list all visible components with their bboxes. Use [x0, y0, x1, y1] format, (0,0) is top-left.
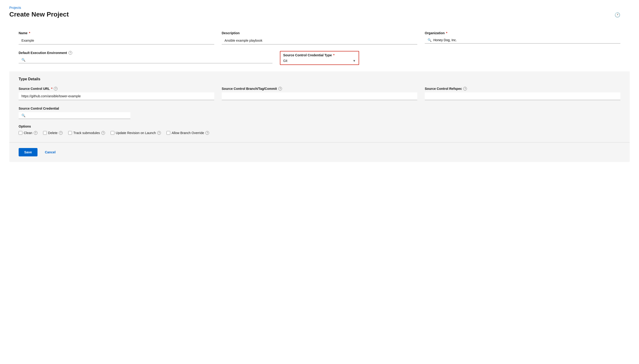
options-section: Options Clean ? Delete ? Track sub [19, 124, 620, 135]
track-submodules-checkbox[interactable] [68, 131, 72, 135]
allow-branch-override-checkbox[interactable] [167, 131, 170, 135]
top-fields-section: Name * Description Organization [9, 24, 630, 72]
delete-checkbox[interactable] [43, 131, 47, 135]
credential-row: Source Control Credential 🔍 [19, 106, 620, 119]
refspec-help-icon[interactable]: ? [463, 87, 467, 90]
allow-branch-override-option: Allow Branch Override ? [167, 131, 209, 135]
name-input[interactable] [19, 37, 214, 44]
delete-option: Delete ? [43, 131, 63, 135]
clean-option: Clean ? [19, 131, 38, 135]
url-required-star: * [51, 87, 53, 90]
track-submodules-label: Track submodules [73, 131, 100, 135]
header-area: Projects Create New Project 🕐 [9, 6, 630, 18]
chevron-down-icon: ▼ [353, 59, 356, 62]
spacer2 [138, 106, 375, 119]
description-field: Description [222, 31, 417, 44]
exec-env-label: Default Execution Environment ? [19, 51, 272, 55]
page-title: Create New Project [9, 11, 630, 18]
exec-env-search-icon: 🔍 [22, 58, 25, 62]
update-revision-help-icon[interactable]: ? [157, 131, 161, 135]
update-revision-checkbox[interactable] [111, 131, 114, 135]
source-control-type-box[interactable]: Source Control Credential Type * Git ▼ [280, 51, 359, 65]
options-title: Options [19, 124, 620, 128]
options-row: Clean ? Delete ? Track submodules ? [19, 131, 620, 135]
source-control-refspec-input[interactable] [425, 92, 620, 100]
description-input[interactable] [222, 37, 417, 44]
sct-required-star: * [333, 53, 334, 57]
branch-help-icon[interactable]: ? [278, 87, 282, 90]
name-label: Name * [19, 31, 214, 35]
bottom-actions: Save Cancel [9, 142, 630, 162]
history-button[interactable]: 🕐 [614, 12, 620, 18]
source-control-branch-label: Source Control Branch/Tag/Commit ? [222, 87, 417, 90]
source-control-branch-input[interactable] [222, 92, 417, 100]
source-control-type-value: Git [283, 59, 287, 62]
track-submodules-help-icon[interactable]: ? [101, 131, 105, 135]
breadcrumb-link[interactable]: Projects [9, 6, 21, 10]
source-control-type-field-container: Source Control Credential Type * Git ▼ [280, 51, 359, 65]
allow-branch-override-label: Allow Branch Override [172, 131, 204, 135]
second-row: Default Execution Environment ? 🔍 Source… [19, 51, 620, 65]
organization-search-wrapper[interactable]: 🔍 [425, 37, 620, 44]
credential-search-wrapper[interactable]: 🔍 [19, 112, 130, 119]
url-row: Source Control URL * ? Source Control Br… [19, 87, 620, 100]
spacer3 [383, 106, 620, 119]
source-control-url-field: Source Control URL * ? [19, 87, 214, 100]
update-revision-label: Update Revision on Launch [116, 131, 156, 135]
exec-env-input[interactable] [27, 58, 270, 62]
allow-branch-override-help-icon[interactable]: ? [205, 131, 209, 135]
description-label: Description [222, 31, 417, 35]
spacer-field [367, 51, 620, 65]
source-control-credential-label: Source Control Credential [19, 106, 130, 110]
delete-label: Delete [48, 131, 58, 135]
type-details-title: Type Details [19, 77, 620, 81]
track-submodules-option: Track submodules ? [68, 131, 105, 135]
organization-label: Organization * [425, 31, 620, 35]
source-control-credential-field: Source Control Credential 🔍 [19, 106, 130, 119]
delete-help-icon[interactable]: ? [59, 131, 63, 135]
first-row: Name * Description Organization [19, 31, 620, 44]
source-control-type-label: Source Control Credential Type * [283, 53, 356, 57]
organization-field: Organization * 🔍 [425, 31, 620, 44]
org-required-star: * [446, 31, 447, 35]
name-required-star: * [29, 31, 30, 35]
save-button[interactable]: Save [19, 148, 38, 156]
form-container: Name * Description Organization [9, 24, 630, 162]
url-help-icon[interactable]: ? [54, 87, 58, 90]
source-control-url-label: Source Control URL * ? [19, 87, 214, 90]
exec-env-help-icon[interactable]: ? [69, 51, 72, 55]
clean-checkbox[interactable] [19, 131, 22, 135]
default-exec-env-field: Default Execution Environment ? 🔍 [19, 51, 272, 65]
name-field: Name * [19, 31, 214, 44]
source-control-refspec-label: Source Control Refspec ? [425, 87, 620, 90]
clean-label: Clean [24, 131, 32, 135]
source-control-url-input[interactable] [19, 92, 214, 100]
source-control-refspec-field: Source Control Refspec ? [425, 87, 620, 100]
clean-help-icon[interactable]: ? [34, 131, 38, 135]
source-control-branch-field: Source Control Branch/Tag/Commit ? [222, 87, 417, 100]
credential-search-icon: 🔍 [22, 114, 25, 117]
organization-search-icon: 🔍 [428, 38, 431, 42]
history-icon: 🕐 [614, 12, 620, 18]
credential-input[interactable] [27, 114, 128, 117]
organization-input[interactable] [433, 38, 617, 42]
exec-env-search-wrapper[interactable]: 🔍 [19, 56, 272, 63]
update-revision-option: Update Revision on Launch ? [111, 131, 161, 135]
cancel-button[interactable]: Cancel [41, 148, 59, 156]
type-details-section: Type Details Source Control URL * ? Sour… [9, 72, 630, 142]
source-control-type-select[interactable]: Git ▼ [283, 59, 356, 62]
